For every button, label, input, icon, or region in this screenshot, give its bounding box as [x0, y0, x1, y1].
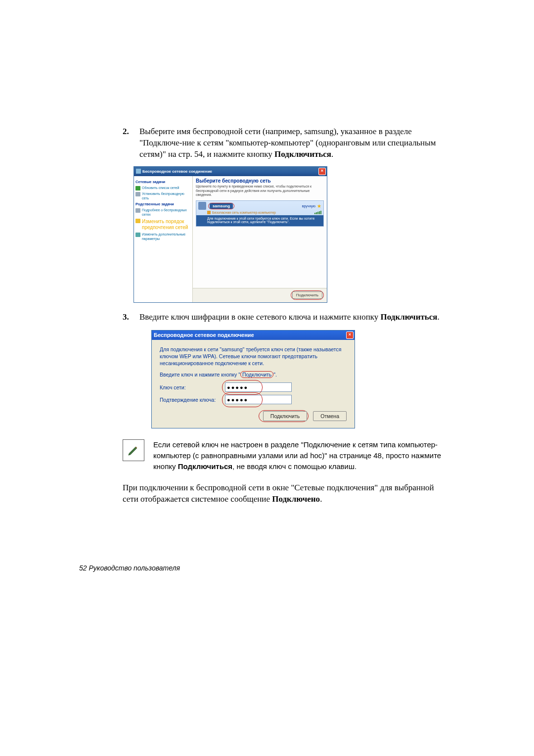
step-3-text: Введите ключ шифрации в окне сетевого кл… [139, 312, 445, 323]
refresh-icon [135, 186, 140, 190]
row-confirm-key: Подтверждение ключа: ●●●●● [160, 395, 347, 404]
sidebar-setup-label: Установить беспроводную сеть [142, 192, 191, 201]
win1-rightpane: Выберите беспроводную сеть Щелкните по п… [193, 176, 327, 302]
connect-highlight: Подключить [291, 290, 324, 300]
step-3: 3. Введите ключ шифрации в окне сетевого… [123, 312, 445, 323]
info-icon [135, 208, 140, 213]
step-2-text: Выберите имя беспроводной сети (например… [139, 126, 445, 160]
lock-icon [207, 211, 211, 214]
connect-button[interactable]: Подключить [292, 291, 322, 299]
rightpane-heading: Выберите беспроводную сеть [193, 176, 327, 185]
ssid-label: samsung [210, 203, 233, 209]
input-network-key[interactable]: ●●●●● [225, 382, 292, 392]
step-2-number: 2. [123, 126, 139, 160]
step-3-bold: Подключиться [381, 312, 438, 322]
sidebar-item-setup[interactable]: Установить беспроводную сеть [135, 192, 191, 201]
connect-button[interactable]: Подключить [263, 411, 307, 421]
sidebar-heading-tasks: Сетевые задачи [135, 180, 191, 184]
para-b: Подключено [272, 494, 320, 504]
dlg2-title: Беспроводное сетевое подключение [154, 332, 346, 338]
step-3-end: . [438, 312, 440, 322]
note-block: Если сетевой ключ не настроен в разделе … [123, 439, 445, 472]
close-icon[interactable]: × [318, 168, 326, 175]
win1-sidebar: Сетевые задачи Обновить список сетей Уст… [134, 176, 193, 302]
note-t1: Если сетевой ключ не настроен в разделе [153, 440, 301, 449]
dlg2-p2c: ". [273, 372, 277, 378]
sidebar-heading-related: Родственные задачи [135, 202, 191, 206]
adhoc-network-icon [198, 202, 206, 210]
page-footer: 52 Руководство пользователя [79, 564, 180, 572]
security-label: Безопасная сеть компьютер-компьютер [212, 211, 276, 214]
final-paragraph: При подключении к беспроводной сети в ок… [123, 482, 445, 506]
sidebar-refresh-label: Обновить список сетей [142, 186, 179, 190]
favorite-star-icon: ★ [317, 203, 321, 209]
dlg2-paragraph-1: Для подключения к сети "samsung" требует… [160, 346, 347, 367]
rightpane-subtext: Щелкните по пункту в приведенном ниже сп… [193, 185, 327, 199]
sidebar-item-order[interactable]: Изменить порядок предпочтения сетей [135, 219, 191, 231]
ssid-highlight: samsung [208, 203, 234, 209]
gear-icon [135, 233, 140, 237]
close-icon[interactable]: × [346, 331, 354, 339]
sidebar-item-refresh[interactable]: Обновить список сетей [135, 186, 191, 190]
wireless-icon [136, 169, 141, 174]
sidebar-item-advanced[interactable]: Изменить дополнительные параметры [135, 233, 191, 241]
step-2: 2. Выберите имя беспроводной сети (напри… [123, 126, 445, 160]
input-confirm-key[interactable]: ●●●●● [225, 395, 292, 404]
label-network-key: Ключ сети: [160, 384, 225, 390]
sidebar-item-learn[interactable]: Подробнее о беспроводных сетях [135, 208, 191, 217]
step-2-end: . [331, 149, 333, 159]
setup-icon [135, 192, 140, 196]
signal-bars-icon [314, 211, 321, 214]
star-icon [135, 219, 140, 223]
para-c: . [320, 494, 322, 504]
dlg2-p2b: Подключить [242, 372, 271, 378]
confirm-highlight [222, 392, 263, 407]
step-3-number: 3. [123, 312, 139, 323]
win1-title: Беспроводное сетевое соединение [142, 169, 318, 174]
step-3-a: Введите ключ шифрации в окне сетевого кл… [139, 312, 381, 322]
cancel-button[interactable]: Отмена [313, 411, 347, 421]
win1-titlebar: Беспроводное сетевое соединение × [134, 167, 327, 176]
note-t5: , не вводя ключ с помощью клавиш. [232, 462, 356, 471]
sidebar-learn-label: Подробнее о беспроводных сетях [142, 208, 191, 217]
dlg2-titlebar: Беспроводное сетевое подключение × [152, 331, 355, 340]
sidebar-order-label: Изменить порядок предпочтения сетей [142, 219, 191, 231]
dlg2-p2a: Введите ключ и нажмите кнопку " [160, 372, 240, 378]
note-t4: Подключиться [178, 462, 232, 471]
sidebar-adv-label: Изменить дополнительные параметры [142, 233, 191, 241]
network-key-dialog: Беспроводное сетевое подключение × Для п… [151, 330, 355, 429]
label-confirm-key: Подтверждение ключа: [160, 397, 225, 403]
wireless-list-window: Беспроводное сетевое соединение × Сетевы… [134, 166, 327, 303]
row-network-key: Ключ сети: ●●●●● [160, 382, 347, 392]
step-2-bold: Подключиться [274, 149, 331, 159]
network-desc: Для подключения к этой сети требуется кл… [196, 215, 323, 226]
connect-word-highlight: Подключить [240, 371, 273, 378]
dlg2-paragraph-2: Введите ключ и нажмите кнопку "Подключит… [160, 372, 347, 378]
note-text: Если сетевой ключ не настроен в разделе … [153, 439, 445, 472]
connect-button-highlight: Подключить [259, 410, 309, 422]
network-item-samsung[interactable]: samsung вручную ★ Безопасная сеть компью… [196, 200, 324, 227]
note-pencil-icon [123, 439, 144, 461]
manual-label: вручную [302, 204, 315, 208]
